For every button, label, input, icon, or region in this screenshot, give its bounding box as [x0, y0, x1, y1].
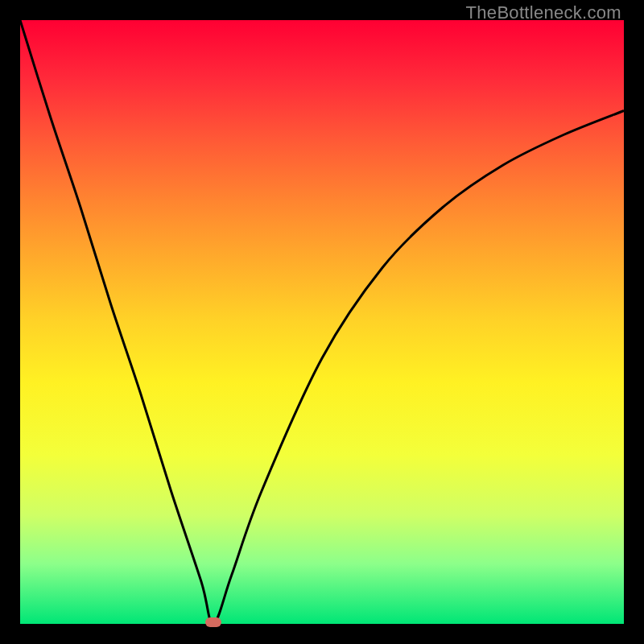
optimal-marker [205, 617, 221, 627]
curve-path [20, 20, 624, 624]
bottleneck-curve [20, 20, 624, 624]
